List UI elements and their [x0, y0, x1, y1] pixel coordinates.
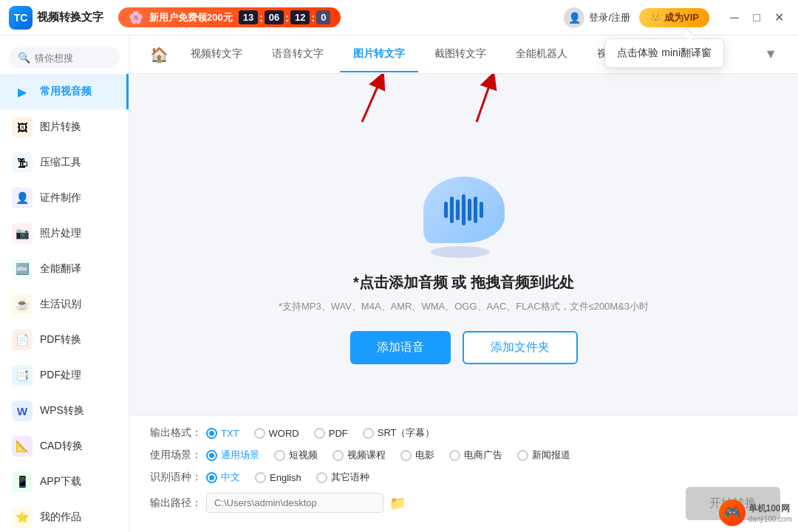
logo-icon: TC	[9, 6, 33, 30]
sidebar-item-life-recognize[interactable]: ☕ 生活识别	[0, 287, 129, 322]
sidebar-item-pdf-convert[interactable]: 📄 PDF转换	[0, 322, 129, 358]
wps-icon: W	[12, 400, 33, 421]
sidebar-item-label-pdf-convert: PDF转换	[40, 333, 81, 347]
sidebar-item-label-image-convert: 图片转换	[40, 120, 81, 134]
login-label: 登录/注册	[589, 11, 630, 24]
photo-icon: 📷	[12, 223, 33, 244]
mini-translate-tooltip[interactable]: 点击体验 mini翻译窗	[604, 38, 724, 68]
app-title: 视频转换文字	[37, 10, 103, 24]
scene-general-radio[interactable]	[206, 450, 217, 461]
tab-speech-to-text-label: 语音转文字	[272, 47, 324, 59]
vip-button[interactable]: 👑 成为VIP	[639, 8, 709, 27]
sidebar-item-app-download[interactable]: 📱 APP下载	[0, 464, 129, 499]
lang-other[interactable]: 其它语种	[316, 471, 369, 484]
add-folder-button[interactable]: 添加文件夹	[463, 331, 578, 364]
scene-movie-radio[interactable]	[400, 450, 412, 461]
format-word-radio[interactable]	[254, 428, 265, 439]
scene-general[interactable]: 通用场景	[206, 449, 259, 462]
illustration-shadow	[431, 246, 490, 258]
upload-area[interactable]: *点击添加音频 或 拖拽音频到此处 *支持MP3、WAV、M4A、AMR、WMA…	[129, 126, 798, 415]
output-format-row: 输出格式： TXT WORD PDF	[150, 426, 777, 440]
scene-short-video-radio[interactable]	[274, 450, 285, 461]
sidebar-item-label-compress: 压缩工具	[40, 156, 81, 169]
scene-short-video[interactable]: 短视频	[274, 449, 318, 462]
format-pdf[interactable]: PDF	[314, 428, 348, 439]
format-srt[interactable]: SRT（字幕）	[363, 426, 435, 440]
countdown-frames: 0	[316, 10, 330, 24]
add-audio-button[interactable]: 添加语音	[350, 331, 451, 364]
compress-icon: 🗜	[12, 152, 33, 173]
watermark: 🎮 单机100网 danji100.com	[719, 499, 792, 526]
path-input[interactable]	[206, 493, 383, 513]
app-logo: TC 视频转换文字	[9, 6, 103, 30]
tab-image-to-text[interactable]: 图片转文字	[340, 37, 418, 72]
sidebar-item-label-common-video: 常用视音频	[40, 85, 92, 98]
format-word-label: WORD	[269, 428, 299, 439]
sidebar-item-image-convert[interactable]: 🖼 图片转换	[0, 109, 129, 145]
watermark-icon: 🎮	[719, 499, 746, 526]
search-input[interactable]	[35, 52, 111, 64]
scene-news-radio[interactable]	[517, 450, 528, 461]
home-tab-button[interactable]: 🏠	[144, 40, 174, 69]
search-box[interactable]: 🔍	[9, 47, 120, 68]
lang-english-label: English	[270, 472, 301, 483]
common-video-icon: ▶	[12, 81, 33, 102]
lang-row: 识别语种： 中文 English 其它语种	[150, 471, 777, 484]
pdf-convert-icon: 📄	[12, 330, 33, 350]
lang-english[interactable]: English	[255, 472, 301, 483]
scene-ecommerce[interactable]: 电商广告	[449, 449, 502, 462]
main-container: 🔍 ▶ 常用视音频 🖼 图片转换 🗜 压缩工具 👤 证件制作	[0, 35, 798, 532]
sidebar-item-id-card[interactable]: 👤 证件制作	[0, 180, 129, 216]
format-pdf-radio[interactable]	[314, 428, 325, 439]
maximize-button[interactable]: □	[746, 7, 767, 28]
tab-video-to-text-label: 视频转文字	[191, 47, 242, 59]
tab-screenshot-to-text[interactable]: 截图转文字	[421, 37, 499, 72]
output-path-label: 输出路径：	[150, 497, 206, 510]
sidebar-item-common-video[interactable]: ▶ 常用视音频	[0, 74, 129, 109]
pdf-process-icon: 📑	[12, 365, 33, 386]
lang-chinese-radio[interactable]	[206, 472, 217, 483]
sidebar-item-wps[interactable]: W WPS转换	[0, 393, 129, 429]
login-button[interactable]: 👤 登录/注册	[564, 7, 630, 28]
countdown-hours: 13	[239, 10, 258, 24]
scene-ecommerce-radio[interactable]	[449, 450, 460, 461]
format-word[interactable]: WORD	[254, 428, 299, 439]
sidebar-item-pdf-process[interactable]: 📑 PDF处理	[0, 358, 129, 393]
format-txt-label: TXT	[221, 428, 239, 439]
format-txt[interactable]: TXT	[206, 428, 239, 439]
scene-video-course-label: 视频课程	[347, 449, 386, 462]
output-format-group: TXT WORD PDF SRT（字幕）	[206, 426, 435, 440]
promo-banner[interactable]: 🌸 新用户免费领200元 13 : 06 : 12 : 0	[118, 7, 341, 27]
lang-other-radio[interactable]	[316, 472, 327, 483]
tab-all-robot[interactable]: 全能机器人	[502, 37, 581, 72]
scene-news[interactable]: 新闻报道	[517, 449, 570, 462]
tab-speech-to-text[interactable]: 语音转文字	[259, 37, 337, 72]
format-srt-radio[interactable]	[363, 428, 374, 439]
output-format-label: 输出格式：	[150, 426, 206, 440]
format-txt-radio[interactable]	[206, 428, 217, 439]
format-srt-label: SRT（字幕）	[378, 426, 435, 440]
close-button[interactable]: ✕	[768, 7, 789, 28]
countdown: 13 : 06 : 12 : 0	[239, 10, 331, 24]
minimize-button[interactable]: ─	[724, 7, 745, 28]
arrow-overlay	[129, 74, 798, 126]
sidebar-item-photo[interactable]: 📷 照片处理	[0, 216, 129, 251]
upload-title: *点击添加音频 或 拖拽音频到此处	[353, 273, 574, 293]
lang-chinese[interactable]: 中文	[206, 471, 240, 484]
scene-video-course[interactable]: 视频课程	[332, 449, 386, 462]
tab-video-to-text[interactable]: 视频转文字	[177, 37, 256, 72]
sidebar-item-label-pdf-process: PDF处理	[40, 369, 81, 382]
nav-more-button[interactable]: ▼	[758, 44, 783, 65]
scene-video-course-radio[interactable]	[332, 450, 344, 461]
scene-general-label: 通用场景	[221, 449, 259, 462]
sidebar-item-compress[interactable]: 🗜 压缩工具	[0, 145, 129, 180]
sidebar-item-translate[interactable]: 🔤 全能翻译	[0, 251, 129, 287]
sidebar-item-cad[interactable]: 📐 CAD转换	[0, 429, 129, 464]
folder-browse-icon[interactable]: 📁	[389, 495, 406, 511]
lang-english-radio[interactable]	[255, 472, 266, 483]
scene-movie[interactable]: 电影	[400, 449, 434, 462]
countdown-minutes: 06	[265, 10, 284, 24]
sidebar-item-my-works[interactable]: ⭐ 我的作品	[0, 499, 129, 532]
sidebar-item-label-my-works: 我的作品	[40, 511, 81, 524]
translate-icon: 🔤	[12, 259, 33, 279]
